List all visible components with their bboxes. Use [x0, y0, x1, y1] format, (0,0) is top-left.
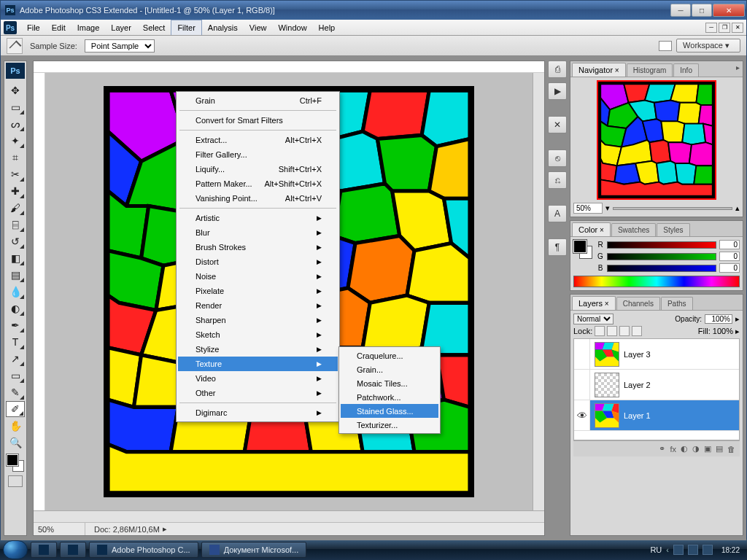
menu-item-distort[interactable]: Distort▶	[178, 254, 338, 269]
scrollbar-vertical[interactable]	[533, 73, 544, 510]
ps-logo[interactable]: Ps	[6, 63, 25, 79]
menu-item-last-filter[interactable]: GrainCtrl+F	[178, 93, 338, 108]
layer-row[interactable]: 👁 Layer 1	[574, 400, 739, 431]
workspace-icon[interactable]	[659, 41, 672, 51]
b-slider[interactable]	[607, 265, 716, 272]
menu-item-sketch[interactable]: Sketch▶	[178, 327, 338, 342]
tool-hand[interactable]: ✋	[6, 418, 25, 434]
menu-edit[interactable]: Edit	[46, 20, 71, 35]
layer-row[interactable]: Layer 2	[574, 370, 739, 400]
tool-stamp[interactable]: ⌸	[6, 217, 25, 233]
visibility-icon[interactable]	[574, 339, 590, 369]
menu-filter[interactable]: Filter	[171, 20, 201, 35]
tool-eyedropper[interactable]: ✐	[6, 401, 25, 417]
menu-item-brush-strokes[interactable]: Brush Strokes▶	[178, 240, 338, 254]
menu-item-pixelate[interactable]: Pixelate▶	[178, 284, 338, 298]
menu-item-vanishing-point[interactable]: Vanishing Point...Alt+Ctrl+V	[178, 191, 338, 206]
tool-zoom[interactable]: 🔍	[6, 435, 25, 451]
menu-item-blur[interactable]: Blur▶	[178, 225, 338, 240]
color-spectrum[interactable]	[573, 276, 740, 287]
menu-layer[interactable]: Layer	[105, 20, 137, 35]
fx-icon[interactable]: fx	[670, 445, 676, 454]
tool-heal[interactable]: ✚	[6, 183, 25, 199]
tool-crop[interactable]: ⌗	[6, 149, 25, 166]
tab-info[interactable]: Info	[673, 63, 699, 77]
dock-btn-1[interactable]: ⎙	[548, 61, 567, 78]
tool-blur[interactable]: 💧	[6, 284, 25, 300]
close-button[interactable]: ✕	[713, 4, 745, 17]
tab-swatches[interactable]: Swatches	[611, 223, 656, 236]
tool-move[interactable]: ✥	[6, 82, 25, 98]
ruler-vertical[interactable]	[34, 73, 45, 510]
dock-btn-7[interactable]: ¶	[548, 238, 567, 256]
tab-histogram[interactable]: Histogram	[627, 63, 673, 77]
tool-shape[interactable]: ▭	[6, 368, 25, 384]
r-value[interactable]: 0	[719, 240, 740, 249]
menu-item-smart-filters[interactable]: Convert for Smart Filters	[178, 113, 338, 128]
b-value[interactable]: 0	[719, 263, 740, 273]
submenu-stained-glass[interactable]: Stained Glass...	[341, 404, 438, 418]
menu-help[interactable]: Help	[313, 20, 341, 35]
menu-image[interactable]: Image	[71, 20, 106, 35]
trash-icon[interactable]: 🗑	[727, 445, 735, 454]
color-swatches[interactable]	[7, 454, 24, 472]
quick-mask[interactable]	[8, 475, 23, 487]
menu-item-stylize[interactable]: Stylize▶	[178, 342, 338, 357]
zoom-in-icon[interactable]: ▴	[735, 203, 740, 213]
layer-thumb[interactable]	[595, 373, 619, 397]
navigator-thumbnail[interactable]	[597, 80, 716, 200]
quicklaunch-icon[interactable]	[60, 542, 86, 558]
menu-select[interactable]: Select	[137, 20, 171, 35]
adjustment-icon[interactable]: ◑	[692, 444, 700, 454]
tool-lasso[interactable]: ᔕ	[6, 116, 25, 132]
mdi-restore[interactable]: ❐	[719, 23, 730, 33]
sample-size-select[interactable]: Point Sample	[85, 39, 155, 52]
tab-navigator[interactable]: Navigator ×	[572, 63, 626, 77]
doc-info[interactable]: Doc: 2,86M/10,6M	[85, 525, 160, 534]
lock-pixels-icon[interactable]	[595, 326, 605, 336]
tool-history[interactable]: ↺	[6, 233, 25, 249]
tool-notes[interactable]: ✎	[6, 384, 25, 400]
layer-name[interactable]: Layer 1	[624, 411, 651, 420]
start-button[interactable]	[3, 540, 28, 559]
zoom-slider[interactable]	[613, 207, 732, 210]
dock-btn-2[interactable]: ▶	[548, 82, 567, 100]
mdi-close[interactable]: ✕	[732, 23, 743, 33]
menu-item-pattern-maker[interactable]: Pattern Maker...Alt+Shift+Ctrl+X	[178, 176, 338, 191]
g-slider[interactable]	[607, 253, 716, 260]
zoom-out-icon[interactable]: ▾	[605, 203, 610, 213]
taskbar-app-word[interactable]: Документ Microsof...	[201, 542, 307, 558]
tool-marquee[interactable]: ▭	[6, 99, 25, 115]
scrollbar-horizontal[interactable]	[34, 510, 544, 522]
tool-type[interactable]: T	[6, 334, 25, 350]
zoom-field[interactable]: 50%	[34, 525, 85, 534]
tray-volume-icon[interactable]	[703, 545, 713, 555]
blend-mode-select[interactable]: Normal	[573, 314, 614, 324]
menu-file[interactable]: File	[21, 20, 46, 35]
tab-channels[interactable]: Channels	[616, 297, 660, 310]
maximize-button[interactable]: □	[692, 4, 712, 17]
submenu-mosaic-tiles[interactable]: Mosaic Tiles...	[341, 376, 438, 390]
lock-all-icon[interactable]	[632, 326, 642, 336]
tool-pen[interactable]: ✒	[6, 317, 25, 333]
tab-styles[interactable]: Styles	[657, 223, 689, 236]
fill-value[interactable]: 100%	[713, 327, 733, 335]
menu-item-video[interactable]: Video▶	[178, 371, 338, 386]
clock[interactable]: 18:22	[717, 546, 744, 554]
tool-gradient[interactable]: ▤	[6, 267, 25, 283]
menu-item-noise[interactable]: Noise▶	[178, 269, 338, 284]
panel-menu-icon[interactable]: ▸	[736, 63, 740, 71]
visibility-icon[interactable]	[574, 370, 590, 400]
tool-slice[interactable]: ✂	[6, 166, 25, 182]
tool-dodge[interactable]: ◐	[6, 300, 25, 316]
menu-item-extract[interactable]: Extract...Alt+Ctrl+X	[178, 133, 338, 147]
menu-item-liquify[interactable]: Liquify...Shift+Ctrl+X	[178, 162, 338, 176]
menu-window[interactable]: Window	[272, 20, 312, 35]
opacity-value[interactable]: 100%	[705, 314, 732, 324]
language-indicator[interactable]: RU	[650, 545, 662, 554]
mask-icon[interactable]: ◐	[681, 444, 688, 454]
submenu-grain[interactable]: Grain...	[341, 362, 438, 376]
tray-icon[interactable]	[673, 545, 684, 555]
tab-color[interactable]: Color ×	[572, 222, 611, 236]
menu-item-texture[interactable]: Texture▶	[178, 357, 338, 371]
